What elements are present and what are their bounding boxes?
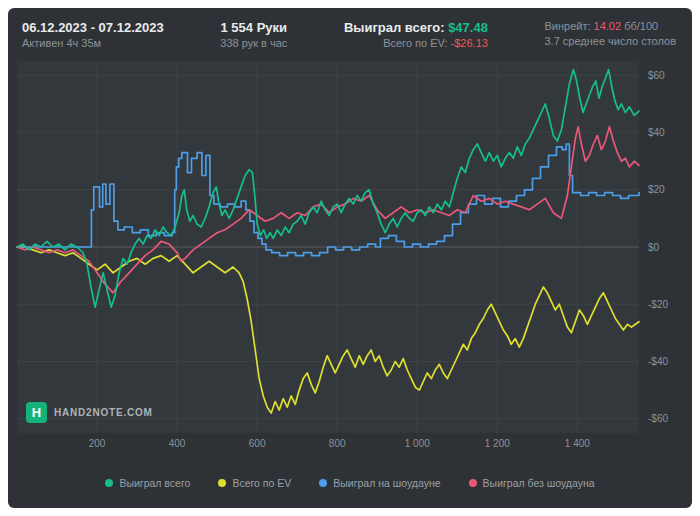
hand2note-logo-text: HAND2NOTE.COM [54, 407, 153, 418]
svg-text:$40: $40 [648, 127, 665, 138]
winrate-block: Винрейт: 14.02 бб/100 3.7 среднее число … [544, 19, 676, 49]
legend-label-won-showdown: Выиграл на шоудауне [333, 477, 440, 489]
legend-item-won-showdown[interactable]: Выиграл на шоудауне [319, 477, 440, 489]
ev-total-label: Всего по EV: [383, 37, 447, 49]
svg-text:-$60: -$60 [648, 413, 668, 424]
legend-dot-won-total-icon [105, 479, 113, 487]
winrate-label: Винрейт: [544, 20, 590, 32]
legend-item-won-no-showdown[interactable]: Выиграл без шоудауна [469, 477, 595, 489]
stats-header: 06.12.2023 - 07.12.2023 Активен 4ч 35м 1… [8, 8, 692, 55]
legend-dot-won-showdown-icon [319, 479, 327, 487]
ev-total-value: -$26.13 [451, 37, 488, 49]
legend-label-ev-total: Всего по EV [232, 477, 291, 489]
winrate-unit: бб/100 [624, 20, 658, 32]
legend-label-won-total: Выиграл всего [119, 477, 190, 489]
svg-text:400: 400 [169, 438, 186, 449]
legend-label-won-no-showdown: Выиграл без шоудауна [483, 477, 595, 489]
hand2note-logo-icon: H [26, 402, 47, 423]
svg-text:600: 600 [249, 438, 266, 449]
svg-text:$20: $20 [648, 184, 665, 195]
won-total-value: $47.48 [448, 20, 488, 35]
svg-text:200: 200 [89, 438, 106, 449]
legend-item-ev-total[interactable]: Всего по EV [218, 477, 291, 489]
svg-text:$0: $0 [648, 242, 660, 253]
date-range: 06.12.2023 - 07.12.2023 [22, 19, 164, 36]
app-window: 06.12.2023 - 07.12.2023 Активен 4ч 35м 1… [8, 8, 692, 508]
date-range-block: 06.12.2023 - 07.12.2023 Активен 4ч 35м [22, 19, 164, 51]
svg-text:800: 800 [329, 438, 346, 449]
hand2note-logo: H HAND2NOTE.COM [26, 402, 153, 423]
winnings-block: Выиграл всего: $47.48 Всего по EV: -$26.… [344, 19, 488, 51]
legend-dot-won-no-showdown-icon [469, 479, 477, 487]
svg-text:-$40: -$40 [648, 356, 668, 367]
svg-text:1 400: 1 400 [565, 438, 590, 449]
svg-text:1 200: 1 200 [485, 438, 510, 449]
hands-block: 1 554 Руки 338 рук в час [220, 19, 287, 51]
hands-per-hour: 338 рук в час [220, 36, 287, 51]
winrate-value: 14.02 [594, 20, 622, 32]
active-time: Активен 4ч 35м [22, 36, 164, 51]
chart-legend: Выиграл всего Всего по EV Выиграл на шоу… [8, 457, 692, 508]
svg-text:-$20: -$20 [648, 299, 668, 310]
won-total-label: Выиграл всего: [344, 20, 445, 35]
legend-dot-ev-total-icon [218, 479, 226, 487]
svg-text:1 000: 1 000 [405, 438, 430, 449]
chart-area: $60$40$20$0-$20-$40-$602004006008001 000… [16, 57, 684, 457]
legend-item-won-total[interactable]: Выиграл всего [105, 477, 190, 489]
hands-count: 1 554 Руки [220, 19, 287, 36]
svg-text:$60: $60 [648, 70, 665, 81]
avg-tables: 3.7 среднее число столов [544, 34, 676, 49]
winnings-graph: $60$40$20$0-$20-$40-$602004006008001 000… [16, 57, 684, 457]
